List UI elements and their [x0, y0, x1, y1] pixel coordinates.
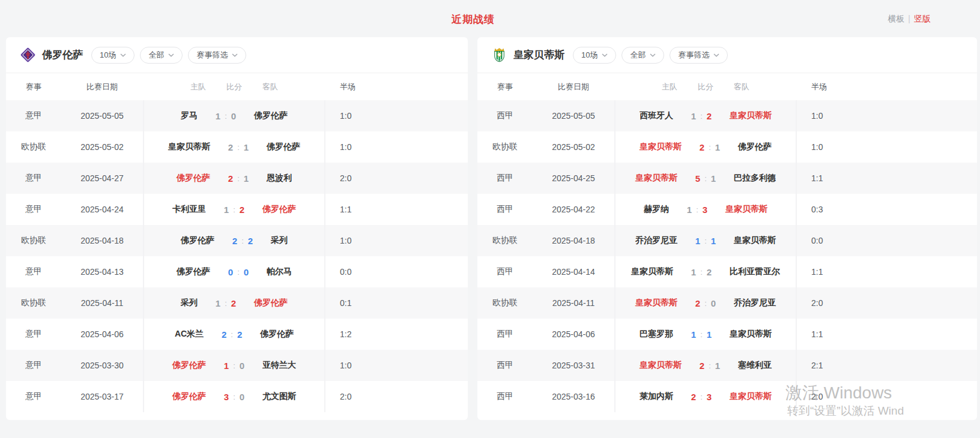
- score-cell: 2:1: [216, 173, 261, 184]
- row-group-half: 1:1: [325, 194, 468, 225]
- date-cell: 2025-04-06: [533, 329, 614, 339]
- league-cell: 意甲: [6, 266, 61, 277]
- date-cell: 2025-05-05: [61, 111, 143, 121]
- match-row[interactable]: 意甲2025-04-13佛罗伦萨0:0帕尔马0:0: [6, 256, 468, 287]
- score-cell: 5:1: [683, 173, 728, 184]
- away-goals: 0: [240, 392, 244, 402]
- league-cell: 西甲: [477, 329, 533, 340]
- row-group-meta: 西甲2025-04-14: [477, 256, 616, 287]
- match-row[interactable]: 西甲2025-04-06巴塞罗那1:1皇家贝蒂斯1:1: [477, 319, 977, 350]
- away-goals: 1: [244, 142, 249, 152]
- away-goals: 1: [715, 361, 720, 371]
- match-count-filter[interactable]: 10场: [573, 47, 616, 64]
- match-row[interactable]: 西甲2025-04-25皇家贝蒂斯5:1巴拉多利德1:1: [477, 163, 977, 194]
- row-group-meta: 欧协联2025-04-11: [6, 287, 144, 319]
- filter-label: 10场: [581, 50, 597, 61]
- row-group-half: 1:1: [797, 319, 977, 350]
- away-team: 佛罗伦萨: [261, 142, 324, 152]
- score-cell: 1:2: [211, 205, 257, 215]
- half-time-score: 2:1: [811, 361, 823, 370]
- away-team: 巴拉多利德: [728, 173, 796, 184]
- match-row[interactable]: 欧协联2025-04-11采列1:2佛罗伦萨0:1: [6, 287, 468, 319]
- league-cell: 欧协联: [477, 298, 533, 308]
- row-group-meta: 意甲2025-03-17: [6, 381, 144, 412]
- home-goals: 1: [687, 205, 692, 215]
- home-team: AC米兰: [144, 329, 209, 340]
- half-time-score: 1:1: [811, 329, 823, 339]
- home-team: 佛罗伦萨: [144, 391, 211, 402]
- match-row[interactable]: 意甲2025-04-06AC米兰2:2佛罗伦萨1:2: [6, 319, 468, 350]
- chevron-down-icon: [168, 53, 174, 57]
- half-time-score: 1:0: [811, 142, 823, 152]
- match-row[interactable]: 西甲2025-05-05西班牙人1:2皇家贝蒂斯1:0: [477, 100, 977, 131]
- score-cell: 1:2: [203, 298, 249, 308]
- table-column-header: 赛事比赛日期主队比分客队半场: [6, 73, 468, 100]
- score-colon: :: [700, 330, 703, 339]
- row-group-match: 皇家贝蒂斯2:1塞维利亚: [616, 350, 797, 381]
- score-colon: :: [241, 236, 244, 245]
- col-league-label: 赛事: [477, 82, 533, 92]
- half-time-score: 0:0: [340, 267, 351, 277]
- match-row[interactable]: 欧协联2025-04-18佛罗伦萨2:2采列1:0: [6, 225, 468, 256]
- match-row[interactable]: 西甲2025-04-14皇家贝蒂斯1:2比利亚雷亚尔1:1: [477, 256, 977, 287]
- competition-filter[interactable]: 赛事筛选: [188, 47, 246, 64]
- home-team: 皇家贝蒂斯: [144, 142, 216, 152]
- home-goals: 2: [700, 361, 704, 371]
- row-group-meta: 欧协联2025-04-18: [477, 225, 616, 256]
- home-goals: 2: [228, 142, 233, 152]
- date-cell: 2025-04-22: [533, 205, 614, 214]
- score-cell: 1:0: [203, 111, 249, 121]
- away-goals: 1: [711, 236, 716, 246]
- row-group-meta: 西甲2025-05-05: [477, 100, 616, 131]
- score-colon: :: [704, 174, 707, 183]
- away-team: 恩波利: [261, 173, 324, 184]
- match-row[interactable]: 意甲2025-04-27佛罗伦萨2:1恩波利2:0: [6, 163, 468, 194]
- home-team: 赫罗纳: [616, 204, 674, 215]
- row-group-meta: 西甲2025-04-22: [477, 194, 616, 225]
- match-row[interactable]: 意甲2025-03-30佛罗伦萨1:0亚特兰大1:0: [6, 350, 468, 381]
- match-row[interactable]: 意甲2025-04-24卡利亚里1:2佛罗伦萨1:1: [6, 194, 468, 225]
- result-scope-filter[interactable]: 全部: [622, 47, 664, 64]
- score-cell: 1:2: [679, 267, 724, 277]
- half-time-score: 1:0: [340, 142, 351, 152]
- col-league-label: 赛事: [6, 82, 61, 92]
- result-scope-filter[interactable]: 全部: [140, 47, 183, 64]
- away-team: 塞维利亚: [733, 360, 796, 371]
- match-row[interactable]: 意甲2025-05-05罗马1:0佛罗伦萨1:0: [6, 100, 468, 131]
- home-goals: 1: [691, 329, 696, 340]
- match-row[interactable]: 欧协联2025-05-02皇家贝蒂斯2:1佛罗伦萨1:0: [477, 131, 977, 163]
- horizontal-view-link[interactable]: 横板: [888, 14, 904, 23]
- match-row[interactable]: 西甲2025-03-31皇家贝蒂斯2:1塞维利亚2:1: [477, 350, 977, 381]
- row-group-meta: 意甲2025-04-13: [6, 256, 144, 287]
- panel-header-betis: 皇家贝蒂斯10场全部赛事筛选: [477, 37, 977, 73]
- col-away-label: 客队: [257, 82, 324, 92]
- col-home-label: 主队: [144, 82, 211, 92]
- match-row[interactable]: 西甲2025-04-22赫罗纳1:3皇家贝蒂斯0:3: [477, 194, 977, 225]
- match-row[interactable]: 欧协联2025-04-18乔治罗尼亚1:1皇家贝蒂斯0:0: [477, 225, 977, 256]
- vertical-view-link[interactable]: 竖版: [914, 14, 931, 23]
- away-goals: 2: [240, 205, 244, 215]
- score-colon: :: [709, 361, 711, 370]
- away-team: 乔治罗尼亚: [728, 298, 796, 308]
- match-row[interactable]: 西甲2025-03-16莱加内斯2:3皇家贝蒂斯2:0: [477, 381, 977, 412]
- competition-filter[interactable]: 赛事筛选: [670, 47, 728, 64]
- half-time-score: 1:1: [811, 267, 823, 277]
- date-cell: 2025-03-16: [533, 392, 614, 401]
- half-time-score: 2:0: [340, 173, 351, 183]
- league-cell: 意甲: [6, 173, 61, 184]
- match-row[interactable]: 欧协联2025-05-02皇家贝蒂斯2:1佛罗伦萨1:0: [6, 131, 468, 163]
- row-group-half: 2:0: [325, 381, 468, 412]
- match-count-filter[interactable]: 10场: [91, 47, 135, 64]
- match-row[interactable]: 意甲2025-03-17佛罗伦萨3:0尤文图斯2:0: [6, 381, 468, 412]
- row-group-meta: 意甲2025-04-06: [6, 319, 144, 350]
- column-group-half: 半场: [325, 82, 468, 92]
- row-group-half: 1:0: [797, 100, 977, 131]
- home-team: 皇家贝蒂斯: [616, 142, 687, 152]
- away-goals: 2: [707, 267, 712, 277]
- row-group-meta: 欧协联2025-05-02: [477, 131, 616, 163]
- away-goals: 1: [711, 173, 716, 184]
- home-goals: 3: [224, 392, 229, 402]
- home-goals: 1: [691, 267, 696, 277]
- away-team: 皇家贝蒂斯: [724, 391, 796, 402]
- match-row[interactable]: 欧协联2025-04-11皇家贝蒂斯2:0乔治罗尼亚2:0: [477, 287, 977, 319]
